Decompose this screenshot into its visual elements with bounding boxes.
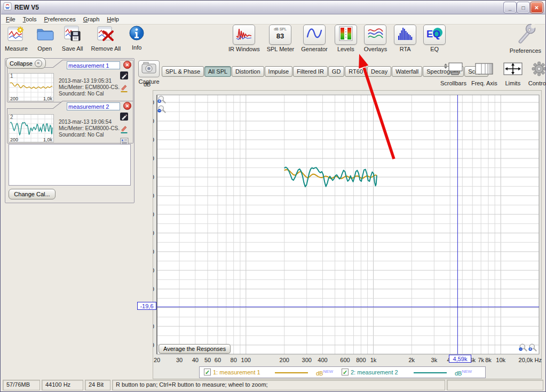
measurement-timestamp: 2013-mar-13 19:05:31 (59, 78, 120, 84)
graph-tools-group: ScrollbarsFreq. AxisLimitsControls (440, 61, 546, 86)
status-cell-3: 24 Bit (85, 380, 110, 390)
x-axis-label: 80 (231, 357, 237, 363)
measurement-mic: Mic/Meter: ECM8000-CS.c (59, 125, 120, 132)
trace-color-icon[interactable] (120, 125, 128, 135)
tab-impulse[interactable]: Impulse (265, 66, 293, 77)
svg-text:83: 83 (276, 32, 284, 40)
legend-checkbox-1[interactable]: ✓ (204, 369, 211, 375)
measurement-card-2: ✕ 2 200 1,0k 2013-mar-13 19:06:54 Mic/Me… (7, 101, 133, 143)
trace-color-icon[interactable] (120, 84, 128, 94)
cursor-db-readout: -19,6 (137, 302, 156, 310)
java-icon (3, 2, 12, 13)
toolbar-save-all-button[interactable]: Save All (62, 25, 83, 52)
measurement-thumbnail[interactable]: 1 200 1,0k (9, 73, 54, 101)
menu-tools[interactable]: Tools (20, 15, 42, 23)
maximize-button[interactable]: □ (517, 2, 529, 13)
toolbar-overlays-button[interactable]: Overlays (364, 25, 387, 52)
toolbar-info-button[interactable]: Info (129, 25, 145, 52)
chart-plot[interactable]: 9080706050403020100-10-20-30-40203040506… (153, 91, 542, 380)
open-icon (36, 25, 54, 44)
menu-graph[interactable]: Graph (81, 15, 105, 23)
toolbar-ir-windows-button[interactable]: IR Windows (228, 25, 260, 52)
x-axis-label: 20 (154, 357, 160, 363)
tab-spl-phase[interactable]: SPL & Phase (162, 66, 204, 77)
tab-decay[interactable]: Decay (367, 66, 391, 77)
capture-button[interactable] (138, 60, 160, 77)
toolbar-eq-button[interactable]: EQEQ (423, 25, 446, 52)
y-axis-label: 80 (153, 118, 154, 124)
chart-legend: ✓ 1: measurement 1 dBNEW✓ 2: measurement… (199, 366, 486, 378)
zoom-in-y-button[interactable]: + (157, 95, 167, 105)
average-responses-button[interactable]: Average the Responses (159, 344, 231, 354)
save-all-icon (64, 25, 82, 44)
y-axis-label: 70 (153, 137, 154, 143)
y-axis-label: 40 (153, 193, 154, 199)
status-cell-4: R button to pan; Ctrl+R button to measur… (112, 380, 445, 390)
rta-icon (397, 26, 414, 44)
tab-rt60[interactable]: RT60 (345, 66, 367, 77)
graph-tool-controls-button[interactable]: Controls (528, 61, 546, 86)
wrench-icon (514, 22, 536, 46)
y-axis-label: 60 (153, 155, 154, 162)
edit-icon[interactable] (120, 71, 128, 82)
status-cell-5 (447, 380, 543, 390)
measurement-name-input[interactable] (67, 102, 120, 110)
x-axis-label: 100 (241, 357, 251, 363)
graph-tool-limits-button[interactable]: Limits (502, 61, 524, 86)
legend-checkbox-2[interactable]: ✓ (342, 369, 349, 375)
status-cell-1: 57/76MB (3, 380, 40, 390)
y-axis-label: 10 (153, 249, 154, 255)
tab-distortion[interactable]: Distortion (232, 66, 264, 77)
graph-tool-freq-axis-button[interactable]: Freq. Axis (471, 61, 497, 86)
delete-measurement-button[interactable]: ✕ (123, 102, 131, 110)
x-axis-label: 40 (192, 357, 199, 363)
y-axis-label: -10 (153, 286, 154, 292)
y-axis-label: -40 (153, 342, 154, 348)
toolbar-measure-button[interactable]: Measure (5, 25, 28, 52)
measurement-name-input[interactable] (67, 61, 120, 69)
y-axis-title: dB (144, 81, 151, 87)
zoom-in-x-button[interactable]: + (528, 343, 537, 353)
x-axis-label: 10k (496, 357, 505, 363)
app-window: REW V5 _ □ ✕ FileToolsPreferencesGraphHe… (0, 0, 546, 392)
edit-icon[interactable] (120, 113, 128, 123)
collapse-button[interactable]: Collapse « (6, 58, 46, 69)
overlays-icon (367, 26, 384, 44)
toolbar-spl-meter-button[interactable]: dB SPL83SPL Meter (267, 25, 295, 52)
tab-filtered-ir[interactable]: Filtered IR (293, 66, 328, 77)
toolbar-remove-all-button[interactable]: Remove All (91, 25, 121, 52)
status-bar: 57/76MB44100 Hz24 BitR button to pan; Ct… (1, 379, 545, 391)
graph-tool-scrollbars-button[interactable]: Scrollbars (440, 61, 466, 86)
toolbar-rta-button[interactable]: RTA (394, 25, 416, 52)
change-cal-button[interactable]: Change Cal... (9, 189, 56, 199)
tab-gd[interactable]: GD (328, 66, 345, 77)
preferences-button[interactable]: Preferences (510, 22, 541, 54)
measurement-thumbnail[interactable]: 2 200 1,0k (9, 114, 54, 142)
y-axis-label: 20 (153, 230, 154, 236)
menu-preferences[interactable]: Preferences (41, 15, 80, 23)
menu-file[interactable]: File (3, 15, 20, 23)
delete-measurement-button[interactable]: ✕ (123, 61, 131, 69)
x-axis-label: 60 (215, 357, 221, 363)
legend-label-2: 2: measurement 2 (351, 369, 398, 375)
zoom-out-x-button[interactable]: − (519, 343, 528, 353)
x-axis-label: 50 (204, 357, 211, 363)
levels-icon (338, 26, 354, 44)
toolbar-levels-button[interactable]: Levels (335, 25, 357, 52)
tab-all-spl[interactable]: All SPL (204, 66, 231, 77)
zoom-out-y-button[interactable]: − (157, 105, 167, 114)
measurement-notes-input[interactable] (9, 144, 131, 186)
x-axis-label: 800 (356, 357, 366, 363)
menu-bar: FileToolsPreferencesGraphHelp (1, 14, 545, 25)
legend-swatch-1 (275, 372, 308, 373)
x-axis-label: 3k (431, 357, 438, 363)
tab-waterfall[interactable]: Waterfall (392, 66, 422, 77)
menu-help[interactable]: Help (104, 15, 124, 23)
x-axis-label: 30 (176, 357, 183, 363)
toolbar-open-button[interactable]: Open (36, 25, 54, 52)
toolbar-generator-button[interactable]: Generator (301, 25, 328, 52)
svg-text:EQ: EQ (426, 29, 440, 39)
measurement-soundcard: Soundcard: No Cal (59, 132, 120, 138)
minimize-button[interactable]: _ (504, 2, 516, 13)
close-button[interactable]: ✕ (531, 2, 543, 13)
